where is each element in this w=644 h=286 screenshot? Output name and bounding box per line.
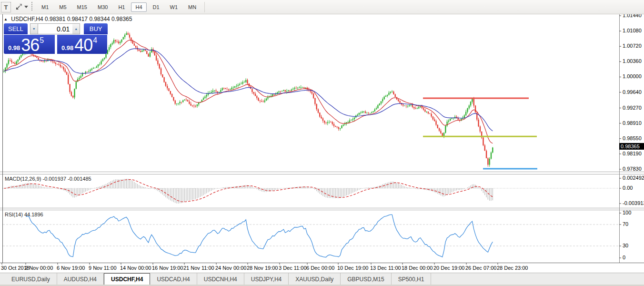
price-tick-label: 1.00360 bbox=[623, 58, 642, 64]
chart-tab-xauusd[interactable]: XAUUSD,Daily bbox=[289, 273, 341, 285]
rsi-indicator-label: RSI(14) 44.1896 bbox=[5, 212, 43, 217]
chevron-down-icon bbox=[24, 6, 28, 8]
symbol-period-label: USDCHF,H4 bbox=[11, 16, 43, 22]
macd-tick-label: 0.002492 bbox=[623, 175, 644, 181]
timeframe-toolbar: M1M5M15M30H1H4D1W1MN bbox=[36, 1, 205, 12]
date-tick-label: 14 Nov 00:00 bbox=[120, 265, 151, 271]
chart-tab-sp500[interactable]: SP500,H1 bbox=[392, 273, 432, 285]
buy-button-label: BUY bbox=[90, 25, 102, 32]
price-tick-label: 0.97830 bbox=[623, 166, 642, 172]
buy-price-panel[interactable]: 0.98 40 4 bbox=[57, 35, 107, 54]
trading-platform-window: T M1M5M15M30H1H4D1W1MN ▲ USDCHF,H4 0.983… bbox=[0, 0, 644, 286]
timeframe-button-m15[interactable]: M15 bbox=[73, 2, 91, 12]
date-tick-label: 10 Dec 19:00 bbox=[337, 265, 368, 271]
current-price-value: 0.98365 bbox=[621, 143, 640, 149]
chart-tab-usdcnh[interactable]: USDCNH,H4 bbox=[197, 273, 244, 285]
price-tick-label: 0.99640 bbox=[623, 89, 642, 95]
collapse-icon[interactable]: ▲ bbox=[4, 17, 8, 21]
timeframe-button-h4[interactable]: H4 bbox=[131, 2, 146, 12]
sell-price-panel[interactable]: 0.98 36 5 bbox=[4, 35, 55, 54]
volume-value: 0.01 bbox=[57, 25, 70, 33]
macd-indicator-label: MACD(12,26,9) -0.001937 -0.001485 bbox=[5, 176, 91, 182]
rsi-tick-label: 70 bbox=[623, 221, 628, 227]
chart-header: ▲ USDCHF,H4 0.98381 0.98417 0.98344 0.98… bbox=[4, 16, 132, 22]
text-tool-button[interactable]: T bbox=[1, 2, 11, 12]
date-tick-label: 26 Dec 07:00 bbox=[465, 265, 496, 271]
timeframe-button-m5[interactable]: M5 bbox=[55, 2, 70, 12]
one-click-trading-panel: SELL ▼ 0.01 ▲ BUY 0.98 36 5 0.98 4 bbox=[4, 23, 108, 54]
toolbar-grip[interactable] bbox=[31, 2, 32, 11]
date-tick-label: 6 Dec 00:00 bbox=[306, 265, 334, 271]
volume-increase-button[interactable]: ▲ bbox=[72, 23, 80, 34]
timeframe-button-mn[interactable]: MN bbox=[184, 2, 201, 12]
chart-tab-bar: EURUSD,DailyAUDUSD,H4USDCHF,H4USDCAD,H4U… bbox=[0, 273, 644, 285]
rsi-tick-label: 0 bbox=[623, 255, 625, 260]
volume-input[interactable]: 0.01 bbox=[38, 23, 73, 34]
date-tick-label: 13 Dec 11:00 bbox=[370, 265, 401, 271]
timeframe-button-m1[interactable]: M1 bbox=[37, 2, 53, 12]
triangle-up-icon: ▲ bbox=[74, 27, 78, 31]
buy-price-prefix: 0.98 bbox=[61, 44, 73, 51]
price-tick-label: 0.98190 bbox=[623, 151, 642, 156]
top-toolbar: T M1M5M15M30H1H4D1W1MN bbox=[0, 0, 644, 14]
text-tool-label: T bbox=[4, 4, 8, 11]
date-tick-label: 28 Nov 19:00 bbox=[247, 265, 278, 271]
timeframe-button-w1[interactable]: W1 bbox=[166, 2, 182, 12]
rsi-tick-label: 100 bbox=[623, 210, 631, 215]
chart-tab-audusd[interactable]: AUDUSD,H4 bbox=[57, 273, 104, 285]
sell-button-label: SELL bbox=[8, 25, 23, 32]
price-tick-label: 0.98910 bbox=[623, 120, 642, 126]
price-tick-label: 0.99270 bbox=[623, 105, 642, 111]
date-tick-label: 21 Nov 11:00 bbox=[183, 265, 214, 271]
price-tick-label: 0.98550 bbox=[623, 135, 642, 141]
double-arrow-icon bbox=[15, 3, 23, 10]
date-tick-label: 20 Dec 19:00 bbox=[433, 265, 464, 271]
price-tick-label: 1.00720 bbox=[623, 43, 642, 49]
price-tick-label: 1.01080 bbox=[623, 28, 642, 33]
toolbar-separator bbox=[204, 2, 205, 12]
date-tick-label: 24 Nov 00:00 bbox=[215, 265, 246, 271]
chart-tab-usdjpy[interactable]: USDJPY,H4 bbox=[244, 273, 289, 285]
volume-decrease-button[interactable]: ▼ bbox=[30, 23, 38, 34]
macd-tick-label: 0.00 bbox=[623, 185, 633, 191]
chart-tab-eurusd[interactable]: EURUSD,Daily bbox=[5, 273, 57, 285]
date-tick-label: 2 Nov 00:00 bbox=[25, 265, 53, 271]
current-price-tag: 0.98365 bbox=[619, 143, 644, 150]
buy-price-big: 40 bbox=[74, 37, 92, 54]
date-axis[interactable]: 30 Oct 20182 Nov 00:006 Nov 19:009 Nov 1… bbox=[0, 265, 619, 273]
buy-button[interactable]: BUY bbox=[84, 23, 108, 34]
chart-tab-gbpusd[interactable]: GBPUSD,M15 bbox=[341, 273, 391, 285]
buy-price-pip: 4 bbox=[93, 36, 97, 45]
timeframe-button-m30[interactable]: M30 bbox=[93, 2, 112, 12]
sell-price-big: 36 bbox=[21, 37, 39, 54]
date-tick-label: 16 Nov 19:00 bbox=[152, 265, 183, 271]
rsi-tick-label: 30 bbox=[623, 243, 628, 248]
date-tick-label: 18 Dec 00:00 bbox=[402, 265, 433, 271]
chart-tab-usdcad[interactable]: USDCAD,H4 bbox=[150, 273, 197, 285]
arrange-arrows-button[interactable] bbox=[13, 1, 30, 12]
sell-price-prefix: 0.98 bbox=[8, 44, 20, 51]
sell-button[interactable]: SELL bbox=[4, 23, 28, 34]
timeframe-button-h1[interactable]: H1 bbox=[114, 2, 129, 12]
sell-price-pip: 5 bbox=[40, 36, 44, 45]
timeframe-button-d1[interactable]: D1 bbox=[149, 2, 164, 12]
triangle-down-icon: ▼ bbox=[32, 27, 36, 31]
price-tick-label: 1.00000 bbox=[623, 73, 642, 79]
date-tick-label: 6 Nov 19:00 bbox=[57, 265, 85, 271]
date-tick-label: 28 Dec 23:00 bbox=[497, 265, 528, 271]
macd-tick-label: -0.003913 bbox=[623, 200, 644, 206]
chart-tab-usdchf[interactable]: USDCHF,H4 bbox=[104, 273, 150, 285]
ohlc-values: 0.98381 0.98417 0.98344 0.98365 bbox=[45, 16, 132, 22]
date-tick-label: 3 Dec 11:00 bbox=[279, 265, 307, 271]
date-tick-label: 9 Nov 11:00 bbox=[89, 265, 117, 271]
